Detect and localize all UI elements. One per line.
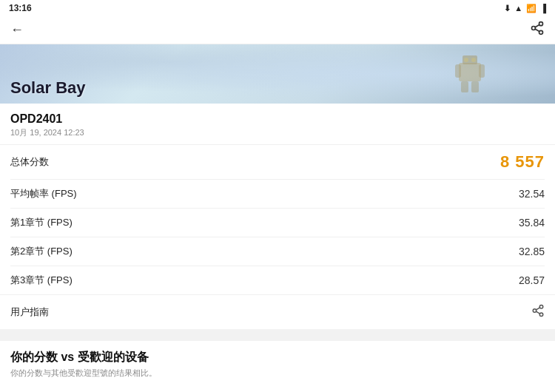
nav-bar: ← [0,16,555,44]
status-bar: 13:16 ⬇ ▲ 📶 ▐ [0,0,555,16]
user-guide-row[interactable]: 用户指南 [0,294,555,329]
device-date: 10月 19, 2024 12:23 [10,127,545,138]
svg-point-7 [464,58,468,62]
svg-rect-10 [479,64,485,78]
status-time: 13:16 [9,3,32,13]
wifi-icon: 📶 [526,4,536,13]
metric-value-total: 8 557 [500,152,545,172]
content-area: OPD2401 10月 19, 2024 12:23 总体分数 8 557 平均… [0,104,555,329]
svg-rect-5 [459,63,481,81]
metric-value-avg-fps: 32.54 [519,188,545,200]
svg-rect-11 [461,81,468,92]
metric-value-ch1: 35.84 [519,217,545,229]
svg-rect-12 [471,81,479,92]
tab-s24ultra[interactable]: Samsung Galaxy S24 Ultra [172,388,297,392]
user-guide-label: 用户指南 [10,305,49,319]
comparison-section: 你的分数 vs 受歡迎的设备 你的分数与其他受歡迎型號的结果相比。 Apple … [0,335,555,392]
metric-label-avg-fps: 平均帧率 (FPS) [10,187,77,200]
metric-row-ch1: 第1章节 (FPS) 35.84 [10,209,545,237]
status-icons: ⬇ ▲ 📶 ▐ [504,4,546,13]
svg-line-3 [535,29,539,31]
share-icon-guide[interactable] [531,304,545,320]
battery-icon: ▐ [540,4,546,13]
metric-row-avg-fps: 平均帧率 (FPS) 32.54 [10,180,545,209]
tab-oneplus12[interactable]: OnePlus 12 [297,388,361,392]
hero-banner: Solar Bay [0,44,555,104]
metric-label-ch1: 第1章节 (FPS) [10,216,73,229]
metric-value-ch2: 32.85 [519,246,545,257]
metric-label-total: 总体分数 [10,155,49,169]
device-info: OPD2401 10月 19, 2024 12:23 [0,104,555,145]
device-tabs[interactable]: Apple iPhone 15 Pro Xiaomi 14 Samsung Ga… [10,388,545,392]
share-button-top[interactable] [530,21,545,39]
metric-label-ch3: 第3章节 (FPS) [10,274,73,287]
tab-iphone15pro[interactable]: Apple iPhone 15 Pro [10,388,115,392]
metric-row-ch3: 第3章节 (FPS) 28.57 [10,266,545,294]
section-divider [0,329,555,335]
svg-rect-9 [455,64,461,78]
metric-value-ch3: 28.57 [519,274,545,286]
svg-point-8 [471,58,476,62]
robot-illustration [444,48,496,100]
tab-s24-exynos[interactable]: Samsung Galaxy S24 (Exynos 2400) [361,388,525,392]
comparison-subtitle: 你的分数与其他受歡迎型號的结果相比。 [10,368,545,379]
svg-line-16 [536,311,539,314]
metrics-section: 总体分数 8 557 平均帧率 (FPS) 32.54 第1章节 (FPS) 3… [0,145,555,294]
svg-line-17 [536,308,539,310]
comparison-title: 你的分数 vs 受歡迎的设备 [10,350,545,365]
tab-xiaomi14[interactable]: Xiaomi 14 [115,388,172,392]
signal-icon: ▲ [514,4,522,13]
metric-row-ch2: 第2章节 (FPS) 32.85 [10,237,545,266]
svg-line-4 [535,24,539,27]
back-button[interactable]: ← [10,22,24,38]
bluetooth-icon: ⬇ [504,4,511,13]
device-model: OPD2401 [10,112,545,126]
benchmark-title: Solar Bay [10,78,86,98]
metric-row-total: 总体分数 8 557 [10,145,545,180]
metric-label-ch2: 第2章节 (FPS) [10,245,73,258]
